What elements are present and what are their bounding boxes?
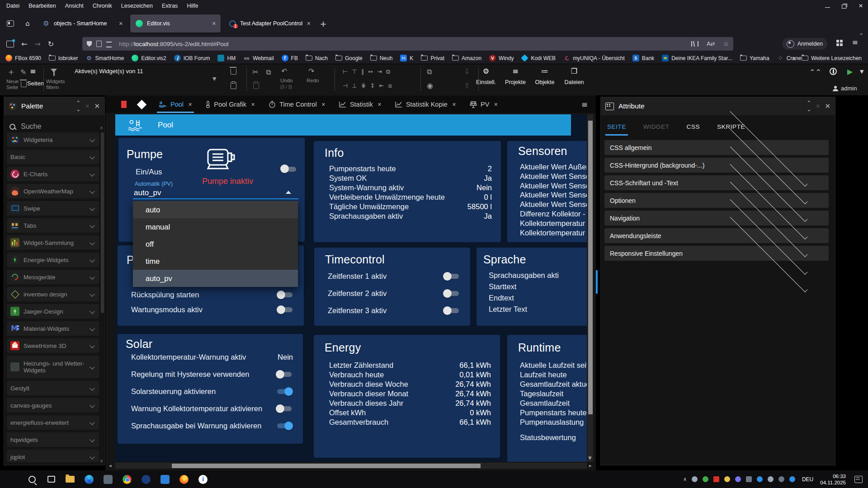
close-window-button[interactable]: [859, 4, 863, 9]
palette-scrollbar[interactable]: [101, 132, 104, 313]
panel-close-icon[interactable]: ✕: [825, 102, 830, 110]
view-tab-pv[interactable]: PV ✕: [470, 96, 498, 113]
menu-item[interactable]: Extras: [162, 3, 178, 9]
palette-category[interactable]: inventwo design: [7, 287, 99, 301]
reload-button[interactable]: ↻: [48, 40, 54, 48]
bookmark-item[interactable]: K: [400, 55, 413, 61]
extensions-icon[interactable]: [836, 40, 843, 46]
filter-widgets-icon[interactable]: [51, 69, 57, 73]
mode-select-value[interactable]: auto_pv: [134, 188, 161, 197]
browser-tab-pooladapter[interactable]: Test Adapter PoolControl ✕: [223, 14, 316, 33]
toggle-switch[interactable]: [443, 272, 460, 281]
redo-icon[interactable]: ↷: [308, 67, 314, 75]
view-tab-statistik-kopie[interactable]: Statistik Kopie ✕: [395, 96, 456, 113]
panel-move-icon[interactable]: ⌃⌄: [807, 100, 811, 113]
dropdown-option[interactable]: auto: [133, 201, 298, 218]
palette-scroll-up-icon[interactable]: ∧: [100, 125, 103, 130]
align-icon[interactable]: ⧉: [386, 68, 390, 75]
app-icon-gray[interactable]: [102, 474, 114, 485]
bookmark-item[interactable]: Google: [335, 55, 363, 61]
edit-page-icon[interactable]: ✎: [20, 68, 26, 76]
preview-eye-icon[interactable]: ◉: [427, 81, 433, 90]
menu-item[interactable]: Lesezeichen: [121, 3, 153, 9]
iobroker-icon[interactable]: [830, 68, 837, 75]
dropdown-option[interactable]: auto_pv: [133, 270, 298, 287]
browser-tab-objects[interactable]: ⚙ objects - SmartHome ✕: [37, 14, 127, 33]
onedrive-icon[interactable]: [692, 476, 698, 482]
defender-icon[interactable]: [703, 476, 708, 482]
toggle-switch[interactable]: [277, 291, 294, 299]
accordion-section[interactable]: Responsive Einstellungen: [604, 246, 829, 261]
firefox-view-button[interactable]: [4, 17, 17, 30]
panel-dock-icon[interactable]: ✕: [85, 103, 90, 109]
add-page-icon[interactable]: +: [8, 68, 14, 76]
accordion-section[interactable]: Navigation: [604, 211, 829, 225]
toggle-switch[interactable]: [443, 307, 460, 315]
palette-category[interactable]: Material-Widgets: [7, 321, 99, 336]
tab-close-icon[interactable]: ✕: [119, 21, 123, 27]
palette-category[interactable]: Messgeräte: [7, 270, 99, 284]
pages-label[interactable]: Seiten: [27, 80, 44, 86]
app-menu-icon[interactable]: ≡: [852, 38, 858, 47]
bookmark-item[interactable]: HM: [217, 55, 236, 61]
task-view-icon[interactable]: [45, 474, 57, 485]
search-icon[interactable]: [26, 474, 38, 485]
panel-splitter-handle[interactable]: [596, 270, 598, 294]
clock[interactable]: 06:3304.11.2025: [820, 473, 846, 486]
home-pinned-tab[interactable]: ⌂: [21, 17, 34, 30]
bookmark-item[interactable]: FB: [282, 55, 298, 61]
bookmark-item[interactable]: Windy: [489, 55, 514, 61]
vertical-scroll-thumb[interactable]: [588, 121, 593, 414]
views-menu-icon[interactable]: ≡: [581, 100, 588, 109]
settings-gear-icon[interactable]: ⚙: [472, 67, 500, 75]
file-explorer-icon[interactable]: [64, 474, 76, 485]
tray-expand-icon[interactable]: ∧: [683, 476, 687, 482]
menu-item[interactable]: Chronik: [93, 3, 112, 9]
palette-category[interactable]: Energie-Widgets: [7, 253, 99, 267]
bookmark-item[interactable]: Webmail: [243, 55, 274, 61]
panel-dock-icon[interactable]: ✕: [816, 103, 820, 109]
palette-category[interactable]: energiefluss-erweitert: [7, 415, 99, 430]
accordion-section[interactable]: Anwendungsleiste: [604, 228, 829, 243]
tab-close-icon[interactable]: ✕: [212, 21, 216, 27]
view-tab-statistik[interactable]: Statistik ✕: [339, 96, 382, 113]
palette-category[interactable]: Gestylt: [7, 381, 99, 395]
volume-icon[interactable]: [778, 476, 784, 482]
align-icon[interactable]: ⧈: [388, 82, 392, 89]
firefox-icon[interactable]: [178, 474, 190, 485]
layers-icon[interactable]: [137, 99, 146, 109]
align-icon[interactable]: ⇥: [377, 68, 382, 75]
align-icon[interactable]: ⋕: [361, 82, 366, 89]
bookmark-item[interactable]: Neuh: [370, 55, 393, 61]
align-icon[interactable]: ⊥: [352, 82, 357, 89]
projects-label[interactable]: Projekte: [502, 79, 529, 85]
accordion-section[interactable]: CSS-Schriftart und -Text: [604, 175, 829, 190]
clone-widget-icon[interactable]: [231, 82, 236, 89]
select-arrow-up-icon[interactable]: [286, 191, 291, 194]
bookmark-item[interactable]: Editor.vis2: [132, 55, 166, 61]
usb-icon[interactable]: [768, 476, 774, 482]
export-widget-icon[interactable]: ⇧: [464, 81, 470, 90]
filter-widgets-label[interactable]: Widgets filtern: [46, 79, 67, 90]
panel-move-icon[interactable]: ⌃⌄: [76, 100, 80, 113]
vertical-scrollbar[interactable]: [587, 114, 593, 462]
align-icon[interactable]: ⇤: [379, 82, 384, 89]
overflow-chevron-icon[interactable]: »: [792, 55, 795, 61]
bookmark-item[interactable]: Yamaha: [740, 55, 769, 61]
objects-label[interactable]: Objekte: [531, 79, 558, 85]
horizontal-scrollbar[interactable]: [115, 463, 587, 469]
align-icon[interactable]: ⊤: [352, 68, 357, 75]
view-tab-pool[interactable]: Pool ✕: [159, 96, 192, 113]
toggle-switch[interactable]: [443, 290, 460, 298]
start-button[interactable]: [7, 474, 19, 485]
palette-category[interactable]: hqwidgets: [7, 432, 99, 447]
bookmark-item[interactable]: Amazon: [452, 55, 481, 61]
chrome-icon[interactable]: [121, 474, 133, 485]
attributes-tab[interactable]: WIDGET: [643, 123, 670, 136]
bookmark-item[interactable]: lobroker: [49, 55, 78, 61]
files-icon[interactable]: ❐: [561, 67, 588, 75]
palette-category[interactable]: SweetHome 3D: [7, 338, 99, 353]
page-info-icon[interactable]: [96, 41, 102, 47]
view-tab-time-control[interactable]: Time Control ✕: [269, 96, 326, 113]
language-indicator[interactable]: DEU: [802, 476, 813, 483]
